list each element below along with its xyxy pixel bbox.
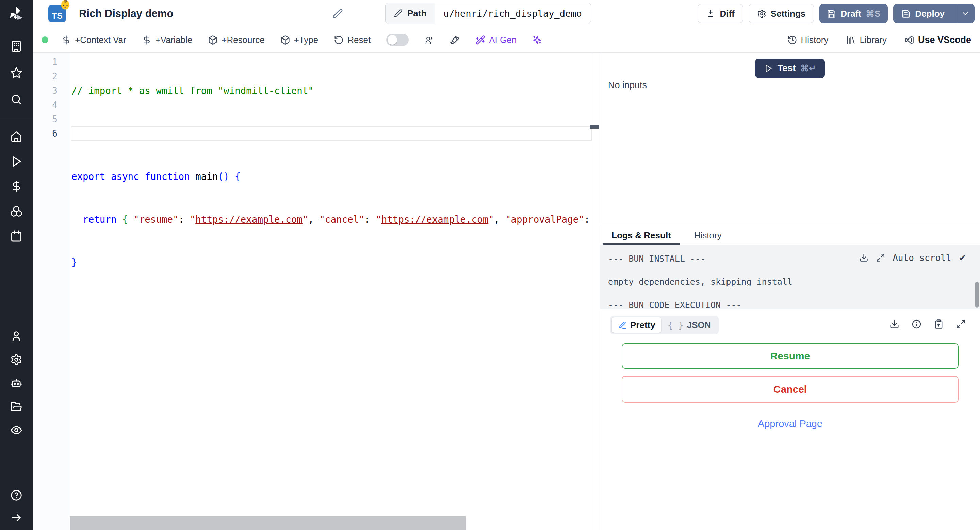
- add-context-var-label: +Context Var: [75, 35, 126, 45]
- runs-play-icon[interactable]: [10, 155, 22, 168]
- log-output: --- BUN INSTALL --- empty dependencies, …: [600, 245, 980, 309]
- language-badge-typescript: TS 👶: [48, 5, 66, 22]
- help-icon[interactable]: [10, 489, 22, 501]
- history-label: History: [801, 35, 829, 45]
- diff-label: Diff: [720, 8, 734, 19]
- approval-page-link[interactable]: Approval Page: [622, 418, 959, 429]
- header-actions: Diff Settings Draft ⌘S Deploy: [698, 4, 975, 23]
- code-line-4: return { "resume": "https://example.com"…: [72, 212, 592, 227]
- code-pane[interactable]: // import * as wmill from "windmill-clie…: [72, 55, 592, 530]
- path-label: Path: [407, 8, 426, 19]
- edit-title-pencil-icon[interactable]: [332, 8, 343, 19]
- script-emoji-badge: 👶: [60, 0, 71, 9]
- add-variable-button[interactable]: +Variable: [142, 35, 192, 45]
- ai-gen-button[interactable]: AI Gen: [476, 35, 517, 45]
- cancel-button[interactable]: Cancel: [622, 376, 959, 402]
- copy-clipboard-icon[interactable]: [934, 319, 943, 329]
- reset-button[interactable]: Reset: [334, 35, 371, 45]
- info-icon[interactable]: [912, 319, 921, 329]
- download-result-icon[interactable]: [889, 319, 899, 329]
- search-icon[interactable]: [10, 93, 22, 105]
- path-button[interactable]: Path u/henri/rich_display_demo: [385, 3, 591, 24]
- folders-icon[interactable]: [10, 401, 22, 413]
- vscode-icon: [904, 35, 914, 45]
- resume-button[interactable]: Resume: [622, 343, 959, 369]
- add-context-var-button[interactable]: +Context Var: [61, 35, 126, 45]
- toggle-knob: [388, 35, 397, 45]
- path-value: u/henri/rich_display_demo: [434, 3, 590, 24]
- toolbar-right: History Library Use VScode: [788, 35, 971, 45]
- code-line-2: [72, 126, 592, 140]
- use-vscode-button[interactable]: Use VScode: [904, 35, 971, 45]
- favorites-star-icon[interactable]: [10, 67, 22, 79]
- schedules-calendar-icon[interactable]: [10, 230, 22, 242]
- pretty-pen-icon: [618, 321, 627, 330]
- user-icon[interactable]: [10, 330, 22, 342]
- log-line: empty dependencies, skipping install: [608, 277, 980, 287]
- workspace-building-icon[interactable]: [10, 40, 22, 53]
- play-icon: [764, 64, 773, 73]
- download-logs-icon[interactable]: [859, 253, 869, 262]
- package-icon: [280, 35, 290, 45]
- test-label: Test: [778, 63, 796, 73]
- line-number: 1: [33, 55, 70, 69]
- result-view-toggle: Pretty { } JSON: [610, 316, 719, 334]
- windmill-logo-icon[interactable]: [8, 5, 25, 23]
- log-scrollbar-thumb[interactable]: [975, 282, 978, 308]
- settings-gear-icon[interactable]: [10, 354, 22, 366]
- expand-logs-icon[interactable]: [876, 253, 885, 262]
- dollar-icon: [61, 35, 71, 45]
- code-editor[interactable]: 1 2 3 4 5 6 // import * as wmill from "w…: [33, 53, 600, 530]
- ts-label: TS: [52, 11, 63, 21]
- deploy-button[interactable]: Deploy: [893, 4, 975, 23]
- run-panel: Test ⌘↵ No inputs Logs & Result History …: [600, 53, 980, 530]
- reset-rotate-icon: [334, 35, 344, 45]
- add-resource-button[interactable]: +Resource: [208, 35, 264, 45]
- tab-history[interactable]: History: [694, 226, 722, 244]
- draft-button[interactable]: Draft ⌘S: [819, 4, 888, 23]
- multiplayer-button[interactable]: [424, 35, 434, 45]
- horizontal-scrollbar[interactable]: [70, 516, 466, 530]
- format-brush-button[interactable]: [450, 35, 460, 45]
- result-actions: [889, 319, 966, 329]
- settings-button[interactable]: Settings: [749, 4, 814, 23]
- deploy-label: Deploy: [915, 8, 945, 19]
- code-line-6: [72, 298, 592, 312]
- add-type-button[interactable]: +Type: [280, 35, 318, 45]
- home-icon[interactable]: [10, 131, 22, 143]
- line-number: 2: [33, 69, 70, 83]
- deploy-main-segment[interactable]: Deploy: [893, 4, 951, 23]
- editor-mode-toggle[interactable]: [386, 34, 409, 46]
- auto-scroll-label[interactable]: Auto scroll: [892, 253, 951, 263]
- json-view-chip[interactable]: { } JSON: [662, 318, 717, 333]
- workers-bot-icon[interactable]: [10, 377, 22, 390]
- expand-sidebar-arrow-icon[interactable]: [10, 512, 22, 524]
- page-title: Rich Display demo: [79, 8, 173, 20]
- add-variable-label: +Variable: [156, 35, 192, 45]
- deploy-dropdown-segment[interactable]: [956, 4, 975, 23]
- add-resource-label: +Resource: [221, 35, 264, 45]
- variables-dollar-icon[interactable]: [10, 180, 22, 192]
- library-icon: [846, 35, 856, 45]
- path-label-segment: Path: [385, 3, 434, 24]
- resources-boxes-icon[interactable]: [10, 205, 22, 217]
- no-inputs-text: No inputs: [608, 80, 647, 91]
- fullscreen-result-icon[interactable]: [956, 319, 966, 329]
- editor-toolbar: +Context Var +Variable +Resource +Type R…: [33, 27, 980, 53]
- diff-button[interactable]: Diff: [698, 4, 743, 23]
- auto-scroll-check-icon[interactable]: ✔: [959, 252, 966, 263]
- chevron-down-icon: [961, 9, 970, 18]
- test-button[interactable]: Test ⌘↵: [755, 59, 825, 78]
- history-button[interactable]: History: [788, 35, 829, 45]
- draft-shortcut: ⌘S: [865, 8, 880, 19]
- settings-label: Settings: [771, 8, 806, 19]
- tab-logs-result[interactable]: Logs & Result: [611, 226, 671, 244]
- library-button[interactable]: Library: [846, 35, 886, 45]
- ai-sparkles-button[interactable]: [532, 35, 542, 45]
- reset-label: Reset: [347, 35, 371, 45]
- audit-eye-icon[interactable]: [10, 424, 22, 436]
- json-label: JSON: [687, 320, 711, 330]
- log-controls: Auto scroll ✔: [859, 252, 966, 263]
- code-line-1: // import * as wmill from "windmill-clie…: [72, 83, 592, 98]
- pretty-view-chip[interactable]: Pretty: [612, 318, 662, 333]
